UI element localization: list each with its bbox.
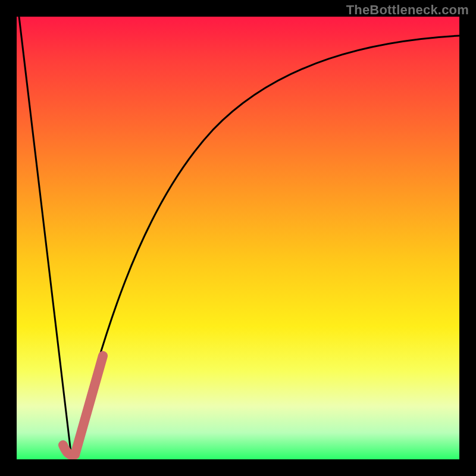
watermark-text: TheBottleneck.com <box>346 2 469 18</box>
curve-right-ascent <box>71 36 459 457</box>
chart-plot-area <box>17 17 459 459</box>
highlight-hook-rise <box>75 356 103 455</box>
chart-svg <box>17 17 459 459</box>
curve-left-descent <box>19 17 71 457</box>
